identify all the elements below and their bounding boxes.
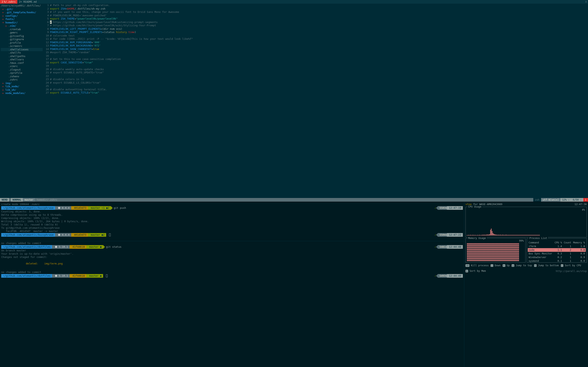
tree-file[interactable]: .gitignore <box>1 38 43 41</box>
vtop-shortcut[interactable]: k Up <box>503 264 510 267</box>
cpu-bar <box>508 235 509 235</box>
shell-prompt[interactable]: ~/github.com/atomantic/dotfiles⬢ 5.10.14… <box>1 274 463 278</box>
code-line <box>50 64 588 68</box>
line-number: 21 <box>43 71 49 75</box>
cpu-bar <box>523 235 523 235</box>
vtop-shortcut[interactable]: G Jump to bottom <box>534 264 559 267</box>
code-line: POWERLEVEL9K_LEFT_PROMPT_ELEMENTS=(dir n… <box>50 27 588 31</box>
cpu-bar <box>489 234 489 235</box>
tree-dir[interactable]: ▸ lib_sh/ <box>1 88 43 92</box>
vtop-pane[interactable]: vtop for WASE-AM02043089 12:47:36 CPU Us… <box>464 202 588 367</box>
git-deleted-line: deleted: img/term.png <box>1 259 463 268</box>
tree-dir[interactable]: ▸ img/ <box>1 82 43 85</box>
tree-file[interactable]: .shellfn <box>1 51 43 55</box>
vtop-shortcut[interactable]: dd Kill process <box>466 264 489 267</box>
tree-file[interactable]: .shellpaths <box>1 55 43 58</box>
tree-file[interactable]: .vimrc <box>1 65 43 68</box>
cpu-bar <box>467 235 468 235</box>
cpu-bar <box>511 235 511 235</box>
code-line: # disable colors in ls <box>50 78 588 81</box>
tab-readme[interactable]: 2+ README.md <box>17 0 38 4</box>
cpu-bar <box>525 235 525 235</box>
tab-zshrc[interactable]: 2 h/.zshrc <box>0 0 17 4</box>
code-line: # POWERLEVEL9K_MODE='awesome-patched' <box>50 14 588 17</box>
nerdtree-sidebar[interactable]: /Users/eivya001/.dotfiles/ ▸ .git/ ▸ .gi… <box>0 4 43 198</box>
cpu-bar <box>480 235 480 235</box>
git-output: no changes added to commit <box>1 271 463 274</box>
terminal-pane-left[interactable]: create mode 100644 .nvmrc ~/github.com/a… <box>0 202 464 367</box>
vtop-shortcut[interactable]: m Sort by Mem <box>466 269 486 273</box>
shell-prompt[interactable]: ~/github.com/atomantic/dotfiles⬢ 5.10.14… <box>1 245 463 249</box>
tree-dir[interactable]: ▾ homedir/ <box>1 21 43 25</box>
cpu-bar <box>468 235 469 235</box>
tree-file[interactable]: .gemrc <box>1 31 43 34</box>
terminal-output-line: Counting objects: 3, done. <box>1 210 463 213</box>
proc-row[interactable]: sysmond0.110.0 <box>528 259 586 263</box>
tree-file[interactable]: .zshenv <box>1 75 43 78</box>
cpu-bar <box>475 235 475 235</box>
code-line: export ZSH=$HOME/.dotfiles/oh-my-zsh <box>50 7 588 11</box>
tree-dir[interactable]: ▸ .git_template/hooks/ <box>1 11 43 14</box>
cpu-bar <box>471 235 471 235</box>
tree-dir[interactable]: ▸ configs/ <box>1 14 43 18</box>
tree-file[interactable]: .screenrc <box>1 44 43 48</box>
tree-file[interactable]: .shellaliases <box>1 48 43 51</box>
cpu-bar <box>493 233 493 235</box>
cpu-bar <box>516 235 517 235</box>
terminal-output-line: To git@github.com:atomantic/buzzphrase <box>1 226 463 230</box>
proc-row[interactable]: WindowServer0.210.9 <box>528 256 586 259</box>
cpu-bar <box>493 234 494 235</box>
tree-dir[interactable]: ▸ .vim/ <box>1 24 43 28</box>
proc-header[interactable]: Memory % <box>572 241 586 244</box>
cpu-bar <box>484 235 485 235</box>
cpu-bar <box>534 235 535 235</box>
code-area[interactable]: # Path to your oh-my-zsh configuration.e… <box>50 4 588 198</box>
process-table[interactable]: CommandCPU %CountMemory % iTerm1.411.8no… <box>528 241 586 263</box>
tree-file[interactable]: .zshrc <box>1 78 43 82</box>
proc-row[interactable]: node1.120.8 <box>528 248 586 252</box>
vtop-shortcut[interactable]: g Jump to top <box>512 264 532 267</box>
cpu-bar <box>500 235 501 235</box>
tree-file[interactable]: .zlogout <box>1 68 43 72</box>
proc-row[interactable]: Box Sync Monitor0.310.0 <box>528 252 586 256</box>
vtop-shortcut[interactable]: c Sort by CPU <box>561 264 581 267</box>
terminal-output-line: Delta compression using up to 8 threads. <box>1 213 463 217</box>
process-list-box: Process List CommandCPU %CountMemory % i… <box>527 238 587 263</box>
tree-file[interactable]: .profile <box>1 41 43 45</box>
tree-file[interactable]: .gitconfig <box>1 34 43 38</box>
line-number: 18 <box>43 61 49 64</box>
tree-dir[interactable]: ▸ .git/ <box>1 8 43 11</box>
cpu-bar <box>505 235 506 235</box>
status-percent: 12% : <box>561 198 571 202</box>
status-filename: homedir/.zshrc <box>35 198 59 202</box>
close-icon[interactable]: X <box>585 0 588 3</box>
proc-header[interactable]: CPU % <box>553 241 563 244</box>
vtop-shortcut[interactable]: j Down <box>491 264 501 267</box>
prompt-git-branch: master ↑1 ●2 <box>88 206 111 210</box>
tab-bar: 2 h/.zshrc 2+ README.md X <box>0 0 588 4</box>
tree-file[interactable]: .crontab <box>1 28 43 31</box>
shell-prompt[interactable]: ~/github.com/atomantic/buzzphrase⬢ 4.4.4… <box>1 206 463 210</box>
prompt-time: 12:44:49 <box>447 274 463 278</box>
status-nerd: NERD <box>0 198 9 202</box>
status-filetype: zsh <box>533 198 541 202</box>
cpu-bar <box>510 235 510 235</box>
prompt-git-branch: master ●2 <box>88 233 106 237</box>
tree-dir[interactable]: ▸ fonts/ <box>1 17 43 21</box>
line-number: 1 <box>43 4 49 7</box>
proc-header[interactable]: Command <box>528 241 553 244</box>
tree-file[interactable]: .zprofile <box>1 71 43 75</box>
proc-row[interactable]: iTerm1.411.8 <box>528 244 586 248</box>
cpu-bar <box>506 235 506 235</box>
cpu-bar <box>537 235 538 235</box>
tree-file[interactable]: .shellvars <box>1 58 43 61</box>
cpu-bar <box>497 235 497 235</box>
tree-file[interactable]: .tmux.conf <box>1 61 43 65</box>
tree-dir[interactable]: ▸ lib_node/ <box>1 85 43 88</box>
prompt-path: ~/github.com/atomantic/dotfiles <box>1 245 52 249</box>
editor-buffer[interactable]: 1234567891011121314151617181920212223242… <box>43 4 588 198</box>
cpu-bar <box>512 235 513 235</box>
shell-prompt[interactable]: ~/github.com/atomantic/buzzphrase⬢ 4.4.4… <box>1 233 463 237</box>
proc-header[interactable]: Count <box>563 241 572 244</box>
tree-dir[interactable]: ▸ node_modules/ <box>1 92 43 95</box>
